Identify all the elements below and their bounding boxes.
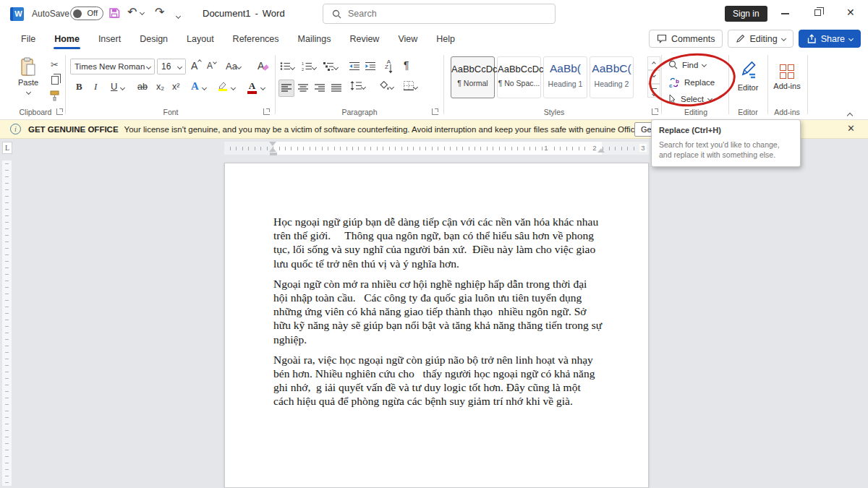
tab-home[interactable]: Home [45,27,89,51]
hanging-indent-marker[interactable] [269,147,276,152]
superscript-button[interactable]: x² [172,82,179,92]
justify-button[interactable] [331,82,341,95]
style-no-spacing[interactable]: AaBbCcDc ¶ No Spac... [497,56,541,98]
close-window-button[interactable]: ✕ [846,7,855,18]
autosave-label: AutoSave [32,9,69,19]
show-hide-formatting-button[interactable]: ¶ [404,59,409,71]
shrink-font-button[interactable]: A [207,61,216,71]
tab-review[interactable]: Review [340,27,388,51]
indent-icon [365,61,375,71]
minimize-button[interactable] [781,13,789,14]
line-spacing-button[interactable] [350,80,365,93]
svg-text:1: 1 [302,61,304,66]
format-painter-button[interactable] [49,90,60,101]
tab-view[interactable]: View [388,27,427,51]
banner-close-button[interactable]: ✕ [847,123,855,134]
chevron-down-icon [333,65,339,70]
sort-button[interactable]: AZ [385,59,393,74]
sign-in-button[interactable]: Sign in [725,6,767,22]
restore-window-button[interactable] [814,9,821,16]
tab-layout[interactable]: Layout [177,27,224,51]
svg-text:2: 2 [302,67,304,71]
styles-dialog-launcher[interactable] [652,108,658,115]
borders-button[interactable] [404,80,417,93]
tab-insert[interactable]: Insert [89,27,130,51]
font-size-combobox[interactable]: 16 [157,59,186,74]
grow-font-button[interactable]: A [191,60,201,72]
strikethrough-button[interactable]: ab [137,82,148,92]
increase-indent-button[interactable] [365,61,375,74]
save-button[interactable] [109,7,120,22]
shading-button[interactable] [378,80,393,93]
chevron-down-icon[interactable] [260,85,265,90]
tab-references[interactable]: References [224,27,289,51]
numbering-button[interactable]: 12 [302,61,316,74]
decrease-indent-button[interactable] [349,61,359,74]
vertical-ruler[interactable] [2,160,12,486]
share-button[interactable]: Share [799,30,861,48]
redo-button[interactable]: ↷ [155,5,164,19]
first-line-indent-marker[interactable] [269,142,276,146]
right-indent-marker[interactable] [597,148,605,153]
subscript-button[interactable]: x₂ [156,82,164,92]
align-center-button[interactable] [298,82,308,95]
clipboard-dialog-launcher[interactable] [56,108,63,115]
tab-file[interactable]: File [12,27,45,51]
font-family-combobox[interactable]: Times New Roman [70,59,155,74]
bold-button[interactable]: B [76,81,82,93]
font-color-button[interactable]: A [247,80,257,94]
highlighter-icon [217,80,229,91]
paragraph[interactable]: Ngoài ra, việc học ngoại ngữ còn giúp nã… [273,353,603,408]
addins-group-label: Add-ins [768,108,806,116]
replace-tooltip: Replace (Ctrl+H) Search for text you'd l… [651,119,801,167]
change-case-button[interactable]: Aa [226,61,241,72]
align-left-button[interactable] [278,80,294,97]
paragraph[interactable]: Học ngoại ngữ giúp bạn dễ dàng tiếp cận … [273,215,603,270]
style-heading-1[interactable]: AaBb( Heading 1 [543,56,587,98]
style-normal[interactable]: AaBbCcDc ¶ Normal [451,56,495,98]
editing-mode-button[interactable]: Editing [728,30,793,48]
text-effects-button[interactable]: A [191,80,199,93]
chevron-down-icon[interactable] [231,85,236,90]
clear-formatting-button[interactable]: A [258,60,268,72]
addins-button[interactable]: Add-ins [768,61,806,90]
cut-button[interactable]: ✂ [51,59,59,70]
quick-access-toolbar-more-button[interactable] [176,9,183,22]
copy-button[interactable] [51,76,59,85]
autosave-toggle[interactable]: Off [70,7,103,20]
document-page[interactable]: Học ngoại ngữ giúp bạn dễ dàng tiếp cận … [224,163,649,488]
banner-message: Your license isn't genuine, and you may … [124,125,664,134]
paste-button[interactable]: Paste [12,57,45,112]
editor-button[interactable]: Editor [731,59,765,92]
clipboard-group: Paste ✂ Clipboard [6,51,65,120]
styles-group-label: Styles [447,108,661,116]
font-dialog-launcher[interactable] [263,108,270,115]
document-text[interactable]: Học ngoại ngữ giúp bạn dễ dàng tiếp cận … [273,215,603,415]
chevron-down-icon [848,36,854,41]
ribbon: Paste ✂ Clipboard Times New Roman 16 A A… [0,51,868,120]
underline-button[interactable]: U [111,81,117,92]
paragraph[interactable]: Ngoại ngữ còn mở ra nhiều cơ hội nghề ng… [273,277,603,346]
collapse-ribbon-button[interactable] [848,108,858,117]
comments-button[interactable]: Comments [649,30,723,48]
bullets-button[interactable] [280,61,294,74]
text-highlight-button[interactable] [217,80,229,94]
undo-button[interactable]: ↶ [127,5,144,19]
horizontal-ruler[interactable]: 1 2 3 4 5 6 [224,142,649,155]
style-heading-2[interactable]: AaBbC( Heading 2 [590,56,634,98]
chevron-down-icon [389,85,394,90]
tab-mailings[interactable]: Mailings [289,27,341,51]
tab-design[interactable]: Design [130,27,177,51]
italic-button[interactable]: I [94,81,97,93]
left-indent-marker[interactable] [270,153,277,155]
chevron-down-icon[interactable] [120,85,125,90]
paragraph-dialog-launcher[interactable] [432,108,438,115]
multilevel-list-button[interactable] [323,61,338,74]
search-input[interactable] [348,9,522,19]
tab-selector-button[interactable]: L [2,142,12,154]
align-right-button[interactable] [315,82,325,95]
chevron-down-icon[interactable] [202,85,207,90]
tab-help[interactable]: Help [427,27,464,51]
clipboard-icon [20,57,36,77]
search-box[interactable] [323,4,556,24]
